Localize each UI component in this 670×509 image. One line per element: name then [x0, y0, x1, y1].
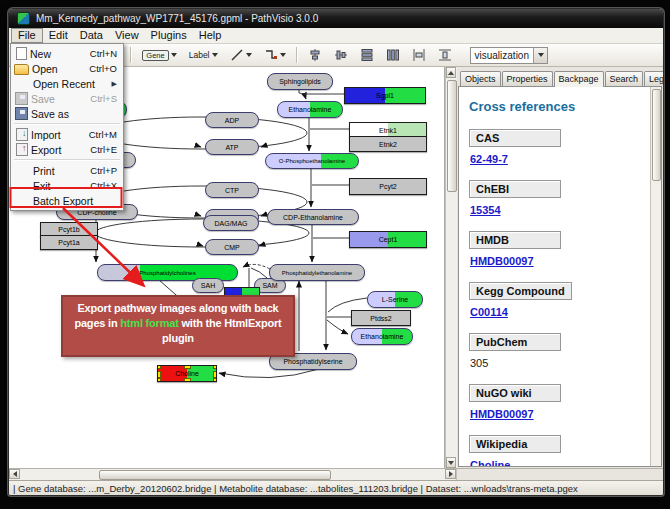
connector-tool-button[interactable]	[260, 46, 290, 65]
file-menu-item-open[interactable]: OpenCtrl+O	[11, 61, 123, 76]
pathway-node-cept1[interactable]: Cept1	[349, 231, 427, 248]
pathway-node-dag-mag[interactable]: DAG/MAG	[203, 215, 259, 231]
export-icon	[16, 143, 28, 156]
gene-node-icon: Gene	[142, 50, 168, 61]
scroll-right-button[interactable]	[445, 469, 456, 479]
xref-link[interactable]: HMDB00097	[470, 255, 534, 267]
scrollbar-thumb[interactable]	[652, 89, 661, 181]
tab-backpage[interactable]: Backpage	[554, 71, 604, 87]
blank-icon	[14, 194, 30, 207]
file-menu-item-open-recent[interactable]: Open Recent▶	[11, 76, 123, 91]
xref-link[interactable]: 15354	[470, 204, 501, 216]
file-menu-item-shortcut: Ctrl+S	[90, 93, 117, 104]
file-menu-item-label: Export	[31, 144, 84, 156]
menu-data[interactable]: Data	[74, 28, 109, 43]
scroll-up-button[interactable]	[446, 67, 456, 78]
node-label: CDP-Ethanolamine	[283, 214, 343, 221]
xref-link[interactable]: Choline	[470, 459, 510, 466]
align-center-y-button[interactable]	[330, 46, 352, 65]
xref-link[interactable]: 62-49-7	[470, 153, 508, 165]
pathway-node-sah[interactable]: SAH	[192, 278, 224, 293]
line-tool-button[interactable]	[226, 46, 256, 65]
pathway-node-pcyt2[interactable]: Pcyt2	[349, 178, 427, 195]
chevron-down-icon	[171, 53, 177, 57]
selection-handle[interactable]	[213, 371, 217, 378]
selection-handle[interactable]	[184, 378, 191, 382]
selection-handle[interactable]	[213, 378, 217, 382]
pathway-node-ethanolamine[interactable]: Ethanolamine	[277, 101, 343, 118]
visualization-combobox[interactable]: visualization	[470, 47, 548, 64]
status-text: | Gene database: ...m_Derby_20120602.bri…	[13, 483, 578, 494]
pathway-node-choline[interactable]: Choline	[157, 365, 217, 382]
pathway-node-phosphatidylethanolamine[interactable]: Phosphatidylethanolamine	[269, 264, 365, 281]
menu-help[interactable]: Help	[193, 28, 228, 43]
selection-handle[interactable]	[157, 365, 161, 369]
pathway-node-l-serine[interactable]: L-Serine	[367, 291, 423, 308]
pathway-node-etnk2[interactable]: Etnk2	[349, 136, 427, 152]
node-label: Etnk2	[379, 141, 397, 148]
xref-title: NuGO wiki	[469, 384, 561, 402]
selection-handle[interactable]	[213, 365, 217, 369]
file-menu-item-save[interactable]: SaveCtrl+S	[11, 91, 123, 106]
sidebar-scrollbar[interactable]	[650, 87, 661, 466]
xref-section-pubchem: PubChem305	[469, 332, 642, 369]
file-menu-item-label: Import	[31, 129, 83, 141]
pathway-node-cmp[interactable]: CMP	[205, 239, 259, 255]
tab-objects[interactable]: Objects	[460, 71, 501, 86]
file-menu-item-new[interactable]: NewCtrl+N	[11, 46, 123, 61]
canvas-vertical-scrollbar[interactable]	[445, 67, 457, 468]
pathway-node-sgpl1[interactable]: Sgpl1	[344, 87, 426, 104]
common-height-button[interactable]	[434, 46, 456, 65]
scroll-down-button[interactable]	[446, 457, 456, 468]
pathway-node-ctp[interactable]: CTP	[205, 182, 259, 198]
title-bar[interactable]: Mm_Kennedy_pathway_WP1771_45176.gpml - P…	[9, 9, 663, 28]
scrollbar-thumb[interactable]	[447, 80, 457, 192]
common-width-button[interactable]	[408, 46, 430, 65]
pathway-node-atp[interactable]: ATP	[205, 139, 259, 155]
distribute-vertical-icon	[360, 48, 374, 62]
file-menu-item-exit[interactable]: ExitCtrl+X	[11, 178, 123, 193]
canvas-horizontal-scrollbar[interactable]	[9, 469, 457, 480]
menu-file[interactable]: File	[11, 28, 43, 43]
file-menu-item-import[interactable]: ImportCtrl+M	[11, 127, 123, 142]
pathway-node-sphingolipids[interactable]: Sphingolipids	[267, 73, 333, 90]
align-center-x-button[interactable]	[304, 46, 326, 65]
pathway-node-o-phosphoethanolamine[interactable]: O-Phosphoethanolamine	[265, 153, 359, 169]
menu-plugins[interactable]: Plugins	[145, 28, 193, 43]
label-tool-button[interactable]: Label	[185, 46, 222, 65]
file-menu-item-export[interactable]: ExportCtrl+E	[11, 142, 123, 157]
node-label: L-Serine	[382, 296, 408, 303]
distribute-vertical-button[interactable]	[356, 46, 378, 65]
datanode-tool-button[interactable]: Gene	[138, 46, 180, 65]
scrollbar-thumb[interactable]	[99, 470, 331, 480]
line-tool-icon	[230, 48, 244, 62]
tab-search[interactable]: Search	[605, 71, 644, 86]
xref-section-wikipedia: WikipediaCholine	[469, 434, 642, 466]
file-menu-item-print[interactable]: PrintCtrl+P	[11, 163, 123, 178]
visualization-dropdown-button[interactable]	[533, 48, 547, 63]
pathway-node-pcyt1a[interactable]: Pcyt1a	[40, 235, 98, 250]
node-label: Ethanolamine	[361, 333, 404, 340]
submenu-arrow-icon: ▶	[112, 80, 117, 88]
pathway-node-cdp-ethanolamine[interactable]: CDP-Ethanolamine	[267, 209, 359, 225]
xref-link[interactable]: HMDB00097	[470, 408, 534, 420]
selection-handle[interactable]	[157, 378, 161, 382]
menu-view[interactable]: View	[109, 28, 145, 43]
xref-link[interactable]: C00114	[470, 306, 508, 318]
file-menu-item-shortcut: Ctrl+E	[90, 144, 117, 155]
tab-legend[interactable]: Legend	[644, 71, 664, 86]
xref-value: HMDB00097	[470, 408, 642, 420]
pathway-node-adp[interactable]: ADP	[205, 112, 259, 128]
selection-handle[interactable]	[184, 365, 191, 369]
tab-properties[interactable]: Properties	[502, 71, 553, 86]
pathway-node-ptdss2[interactable]: Ptdss2	[351, 310, 411, 326]
file-menu-item-save-as[interactable]: Save as	[11, 106, 123, 121]
scroll-left-button[interactable]	[9, 469, 20, 479]
node-label: Sphingolipids	[279, 78, 321, 85]
distribute-horizontal-button[interactable]	[382, 46, 404, 65]
file-menu-item-batch-export[interactable]: Batch Export	[11, 193, 123, 208]
menu-edit[interactable]: Edit	[43, 28, 74, 43]
pathway-node-ethanolamine[interactable]: Ethanolamine	[351, 328, 413, 345]
selection-handle[interactable]	[157, 371, 161, 378]
screenshot-root: { "window": { "title": "Mm_Kennedy_pathw…	[0, 0, 670, 509]
